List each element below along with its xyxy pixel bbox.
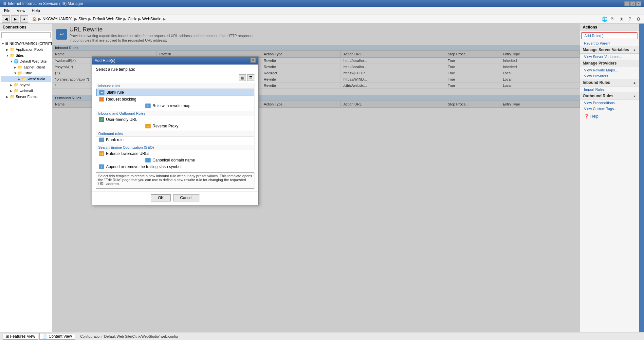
add-rules-link[interactable]: Add Rule(s)... [581, 32, 637, 39]
close-button[interactable]: ✕ [636, 1, 641, 6]
tree-item-aspnet[interactable]: ▶ 📁 aspnet_client [1, 64, 51, 70]
dialog-item-request-blocking[interactable]: 🚫 Request blocking [96, 96, 254, 103]
cancel-button[interactable]: Cancel [173, 194, 199, 201]
tree-item-server[interactable]: ▼ 🖥 NKGWYUANR01 (CITRITE\ua [1, 41, 51, 47]
dialog-item-user-friendly[interactable]: 🔗 User-friendly URL [96, 116, 254, 123]
server-icon: 🖥 [5, 41, 9, 46]
app-icon: 🖥 [3, 1, 7, 6]
back-button[interactable]: ◀ [2, 15, 10, 23]
search-box [0, 31, 52, 40]
request-blocking-icon: 🚫 [99, 97, 104, 102]
tree-item-defaultwebsite[interactable]: ▼ 🌐 Default Web Site [1, 58, 51, 64]
collapse-inbound-btn[interactable]: ▲ [633, 81, 636, 85]
minimize-button[interactable]: ─ [624, 1, 630, 6]
help-toolbar-icon[interactable]: ? [626, 15, 634, 23]
serverfarms-icon: 📁 [10, 94, 15, 99]
tree-item-webstudio[interactable]: ▶ 📁 WebStudio [1, 76, 51, 82]
view-rewrite-maps-link[interactable]: View Rewrite Maps... [580, 67, 639, 73]
features-view-icon: ⊞ [6, 334, 9, 339]
dialog-help-icon[interactable]: ? [247, 58, 250, 63]
breadcrumb-icon: 🏠 [32, 17, 37, 21]
tree-label-server: NKGWYUANR01 (CITRITE\ua [9, 42, 52, 46]
collapse-outbound-btn[interactable]: ▲ [633, 94, 636, 98]
dialog-item-reverse-proxy[interactable]: ↔ Reverse Proxy [96, 123, 254, 129]
help-link[interactable]: ❓ Help [580, 113, 639, 120]
dialog-footer: OK Cancel [92, 191, 258, 205]
tree-arrow: ▶ [14, 66, 18, 69]
restore-button[interactable]: □ [630, 1, 635, 6]
tree-arrow: ▼ [10, 60, 14, 63]
dialog-item-lowercase[interactable]: Aa Enforce lowercase URLs [96, 150, 254, 157]
tree-item-citrix[interactable]: ▼ 📁 Citrix [1, 70, 51, 76]
sites-icon: 📁 [10, 53, 15, 58]
search-input[interactable] [1, 32, 51, 38]
outbound-rules-actions-label: Outbound Rules [583, 94, 613, 98]
content-view-icon: 📄 [42, 334, 47, 339]
revert-to-parent-link[interactable]: Revert to Parent [580, 40, 639, 46]
tree-item-webmail[interactable]: ▶ 📁 webmail [1, 88, 51, 94]
breadcrumb-defaultwebsite[interactable]: Default Web Site [93, 17, 122, 21]
status-bar: ⊞ Features View 📄 Content View Configura… [0, 332, 644, 340]
dialog-title-bar: Add Rule(s) ? ✕ [92, 57, 258, 65]
dialog-list-icon[interactable]: ☰ [247, 74, 254, 81]
breadcrumb-citrix[interactable]: Citrix [128, 17, 137, 21]
dialog-grid-icon[interactable]: ▦ [239, 74, 246, 81]
tree-item-payroll[interactable]: ▶ 📁 payroll [1, 82, 51, 88]
actions-panel: Actions Add Rule(s)... Revert to Parent … [580, 24, 639, 332]
dialog-description: Select this template to create a new inb… [96, 172, 254, 189]
refresh-icon[interactable]: ↻ [609, 15, 616, 23]
dialog-item-blank-rule[interactable]: ↩ Blank rule [96, 89, 254, 96]
title-bar-controls: ─ □ ✕ [624, 1, 641, 6]
connections-header: Connections [0, 24, 52, 31]
add-rules-dialog: Add Rule(s) ? ✕ Select a rule template: … [92, 56, 259, 205]
star-icon[interactable]: ★ [618, 15, 625, 23]
breadcrumb-sites[interactable]: Sites [79, 17, 87, 21]
ok-button[interactable]: OK [151, 194, 171, 201]
tree-arrow: ▶ [10, 83, 14, 87]
settings-icon[interactable]: ⚙ [635, 15, 642, 23]
dialog-section-inbound-outbound: Inbound and Outbound Rules [96, 111, 254, 116]
tree-label-aspnet: aspnet_client [24, 65, 45, 69]
tree-label-citrix: Citrix [24, 71, 32, 75]
dialog-item-user-friendly-label: User-friendly URL [106, 117, 137, 122]
content-view-label: Content View [48, 334, 72, 339]
view-preconditions-link[interactable]: View Preconditions... [580, 100, 639, 106]
tree-arrow: ▼ [6, 54, 10, 57]
dialog-body: Select a rule template: ▦ ☰ Inbound rule… [92, 65, 258, 191]
up-button[interactable]: ▲ [20, 15, 28, 23]
manage-server-variables-label: Manage Server Variables [583, 47, 629, 52]
collapse-server-vars-btn[interactable]: ▲ [633, 48, 636, 52]
dialog-item-canonical[interactable]: 🌐 Canonical domain name [96, 157, 254, 163]
forward-button[interactable]: ▶ [11, 15, 19, 23]
dialog-section-outbound: Outbound rules [96, 131, 254, 137]
dialog-close-button[interactable]: ✕ [250, 58, 256, 63]
import-rules-link[interactable]: Import Rules... [580, 86, 639, 92]
features-view-tab[interactable]: ⊞ Features View [3, 333, 38, 340]
tree-arrow: ▶ [18, 77, 22, 81]
status-tabs: ⊞ Features View 📄 Content View [3, 333, 75, 340]
aspnet-icon: 📁 [18, 65, 23, 69]
tree-item-serverfarms[interactable]: ▶ 📁 Server Farms [1, 94, 51, 100]
content-view-tab[interactable]: 📄 Content View [39, 333, 75, 340]
dialog-item-trailing-slash[interactable]: / Append or remove the trailing slash sy… [96, 163, 254, 170]
tree-item-sites[interactable]: ▼ 📁 Sites [1, 52, 51, 58]
dialog-item-rewrite-map[interactable]: ↩ Rule with rewrite map [96, 103, 254, 109]
view-custom-tags-link[interactable]: View Custom Tags... [580, 106, 639, 112]
menu-file[interactable]: File [1, 8, 13, 14]
payroll-icon: 📁 [14, 83, 19, 87]
dialog-item-outbound-blank-label: Blank rule [106, 138, 123, 142]
menu-help[interactable]: Help [29, 8, 43, 14]
globe-icon[interactable]: 🌐 [601, 15, 608, 23]
outbound-blank-icon: ↩ [99, 138, 104, 142]
menu-view[interactable]: View [14, 8, 28, 14]
breadcrumb-webstudio[interactable]: WebStudio [142, 17, 161, 21]
dialog-item-outbound-blank[interactable]: ↩ Blank rule [96, 137, 254, 143]
dialog-item-rewrite-map-label: Rule with rewrite map [153, 104, 190, 108]
view-providers-link[interactable]: View Providers... [580, 73, 639, 79]
dialog-title: Add Rule(s) [95, 58, 115, 63]
tree-arrow: ▶ [6, 48, 10, 51]
tree-item-apppools[interactable]: ▶ 📁 Application Pools [1, 47, 51, 52]
view-server-variables-link[interactable]: View Server Variables... [580, 54, 639, 60]
connection-tree: ▼ 🖥 NKGWYUANR01 (CITRITE\ua ▶ 📁 Applicat… [0, 40, 52, 332]
breadcrumb-server[interactable]: NKGWYUANR01 [43, 17, 73, 21]
